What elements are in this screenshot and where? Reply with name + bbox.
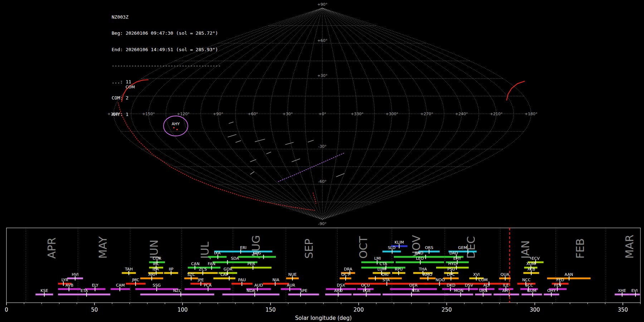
- shower-label-can: CAN: [191, 262, 199, 266]
- shower-bar-nia: [263, 283, 289, 285]
- shower-peak-and: [425, 255, 426, 259]
- x-axis-tick-label: 150: [265, 307, 276, 313]
- station-id: NZ003Z: [112, 14, 221, 20]
- shower-label-xum: XUM: [526, 262, 535, 266]
- month-label: MAR: [623, 235, 636, 259]
- x-axis-tick-label: 250: [441, 307, 452, 313]
- shower-label-fed: FED: [556, 278, 564, 282]
- shower-label-jmc: JMC: [132, 278, 140, 282]
- shower-label-dra: DRA: [344, 267, 352, 272]
- month-label: APR: [45, 238, 58, 259]
- map-lon-label: +210°: [490, 112, 503, 116]
- sporadic-meteor-track: [236, 141, 241, 142]
- month-label: MAY: [97, 236, 109, 259]
- com-count: COM: 2: [112, 95, 221, 101]
- observation-begin: Beg: 20260106 09:47:30 (sol = 285.72°): [112, 30, 221, 36]
- month-label: JAN: [519, 240, 532, 259]
- shower-label-ori: ORI: [382, 272, 389, 277]
- map-info-panel: NZ003Z Beg: 20260106 09:47:30 (sol = 285…: [112, 4, 221, 122]
- shower-label-kse: KSE: [40, 288, 48, 293]
- shower-label-fev: FEV: [554, 283, 562, 288]
- shower-label-aur: AUR: [287, 283, 296, 288]
- radiant-arc-com: [507, 81, 525, 100]
- shower-bar-mon: [444, 294, 473, 296]
- shower-bar-lmi: [361, 262, 394, 263]
- shower-label-xvi: XVI: [473, 272, 480, 277]
- map-lat-label: +30°: [317, 73, 328, 78]
- shower-label-nda: NDA: [247, 288, 255, 293]
- shower-label-ncc: NCC: [522, 278, 531, 282]
- shower-label-iea: IEA: [152, 267, 159, 272]
- sporadic-meteor-track: [292, 159, 300, 162]
- shower-label-tha: THA: [419, 267, 427, 272]
- shower-label-ocu: OCU: [361, 283, 370, 288]
- shower-label-nta: NTA: [412, 288, 420, 293]
- shower-label-kcg: KCG: [253, 251, 261, 255]
- shower-bar-per: [231, 267, 272, 269]
- shower-label-ard: ARD: [334, 288, 343, 293]
- shower-label-hvi: HVI: [72, 272, 78, 277]
- shower-label-xhe: XHE: [618, 288, 626, 293]
- radiant-dot: [176, 129, 178, 130]
- shower-label-lmi: LMI: [374, 256, 381, 261]
- shower-bar-kcg: [238, 256, 276, 258]
- shower-label-dsx: DSX: [337, 283, 345, 288]
- x-axis-tick-label: 350: [618, 307, 628, 313]
- shower-label-szc: SZC: [187, 272, 195, 277]
- shower-label-noo: NOO: [436, 278, 445, 282]
- shower-label-scc: SCC: [525, 283, 533, 288]
- radiant-dot: [173, 127, 175, 128]
- shower-label-oer: OER: [409, 283, 418, 288]
- shower-label-ssg: SSG: [153, 283, 161, 288]
- shower-label-ehy: EHY: [453, 256, 461, 261]
- shower-bar-cam: [111, 288, 130, 290]
- radiant-plot: +180°+150°+120°+90°+60°+30°+0°+330°+300°…: [0, 0, 644, 322]
- shower-label-mon: MON: [454, 288, 463, 293]
- map-lon-label: +30°: [282, 112, 293, 116]
- shower-bar-pca: [185, 288, 231, 290]
- shower-label-dad: DAD: [449, 251, 458, 255]
- map-lon-label: +0°: [318, 112, 326, 116]
- shower-label-xcb: XCB: [527, 267, 535, 272]
- shower-label-dkd: DKD: [447, 283, 455, 288]
- map-lon-label: +240°: [455, 112, 468, 116]
- map-lon-label: +300°: [386, 112, 399, 116]
- map-lat-label: -30°: [318, 144, 326, 149]
- map-lon-label: +330°: [351, 112, 364, 116]
- month-label: OCT: [357, 236, 370, 259]
- shower-label-aan: AAN: [565, 272, 573, 277]
- shower-label-nue: NUE: [288, 272, 297, 277]
- shower-label-eta: ETA: [80, 288, 88, 293]
- shower-peak-sda: [227, 260, 228, 264]
- shower-label-rpu: RPU: [395, 267, 402, 272]
- shower-label-ohy: OHY: [547, 288, 556, 293]
- shower-bar-ahy: [494, 294, 519, 296]
- sporadic-meteor-track: [250, 172, 254, 174]
- x-axis-tick-label: 0: [5, 307, 8, 313]
- shower-bar-cap: [213, 278, 235, 279]
- shower-bar-eta: [58, 294, 110, 296]
- shower-label-sld: SLD: [388, 245, 396, 250]
- shower-peak-cap: [229, 276, 230, 280]
- shower-label-qua: QUA: [501, 272, 509, 277]
- shower-label-eri: ERI: [240, 245, 247, 250]
- shower-peak-gem: [468, 249, 468, 254]
- month-label: FEB: [574, 238, 586, 259]
- sporadic-meteor-track: [250, 160, 256, 162]
- x-axis-title: Solar longitude (deg): [295, 315, 352, 321]
- shower-label-lum: LUM: [377, 267, 386, 272]
- map-meridian: [270, 8, 322, 219]
- shower-label-sda: SDA: [231, 256, 239, 261]
- shower-label-lyr: LYR: [62, 278, 68, 282]
- shower-label-evi: EVI: [631, 288, 638, 293]
- shower-label-ixa: IXA: [214, 251, 221, 255]
- map-pole-label-north: +90°: [317, 2, 328, 7]
- shower-bar-ixa: [208, 256, 227, 258]
- shower-bar-aur: [281, 288, 301, 290]
- shower-label-pca: PCA: [204, 283, 211, 288]
- sporadic-meteor-track: [229, 122, 233, 123]
- map-lon-label: +60°: [248, 112, 258, 116]
- observation-end: End: 20260106 14:49:51 (sol = 285.93°): [112, 47, 221, 52]
- shower-label-dpc: DPC: [447, 272, 455, 277]
- shower-label-oct: OCT: [341, 272, 350, 277]
